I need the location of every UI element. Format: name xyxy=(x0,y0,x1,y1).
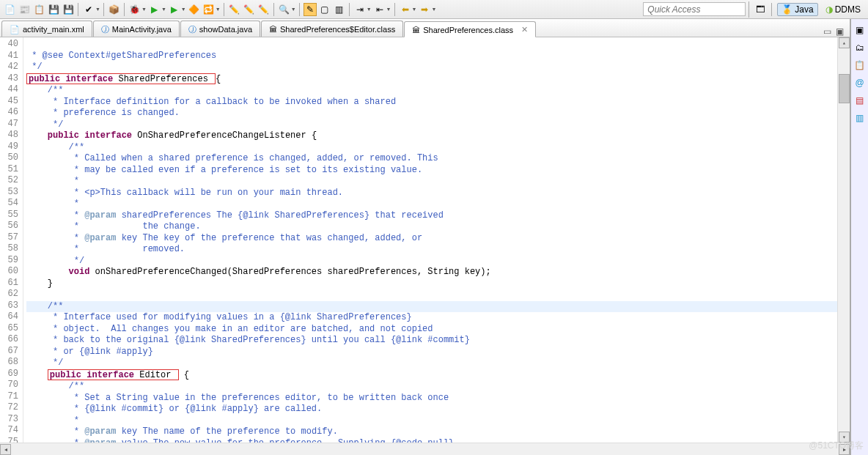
toolbar-btn[interactable]: ✏️ xyxy=(228,3,241,16)
perspective-java[interactable]: 🥇 Java xyxy=(777,3,817,16)
scroll-left-icon[interactable]: ◂ xyxy=(0,444,11,455)
highlight-box: public interface SharedPreferences xyxy=(26,73,216,84)
toolbar-btn[interactable]: ⇤ xyxy=(373,3,386,16)
tab-label: SharedPreferences.class xyxy=(423,26,513,34)
tab-label: activity_main.xml xyxy=(23,25,84,34)
horizontal-scrollbar[interactable]: ◂ ▸ xyxy=(0,443,850,455)
class-file-icon: 🏛 xyxy=(269,25,277,34)
save-icon[interactable]: 💾 xyxy=(47,3,60,16)
maximize-view-icon[interactable]: ▣ xyxy=(836,26,844,37)
outline-view-icon[interactable]: 🗂 xyxy=(853,41,867,54)
perspective-switcher: 🗔 🥇 Java ◑ DDMS xyxy=(749,1,865,18)
view-icon[interactable]: ▤ xyxy=(853,94,867,107)
dropdown-icon[interactable]: ▼ xyxy=(412,7,417,12)
scrollbar-track[interactable] xyxy=(11,444,839,455)
perspective-label: Java xyxy=(795,4,813,15)
perspective-ddms[interactable]: ◑ DDMS xyxy=(821,3,865,16)
new-class-icon[interactable]: 🔶 xyxy=(188,3,201,16)
separator xyxy=(124,3,125,16)
tab-label: SharedPreferences$Editor.class xyxy=(280,25,395,34)
dropdown-icon[interactable]: ▼ xyxy=(216,7,221,12)
dropdown-icon[interactable]: ▼ xyxy=(181,7,186,12)
open-perspective-icon[interactable]: 🗔 xyxy=(754,3,767,16)
java-file-icon: Ⓙ xyxy=(188,24,196,35)
toolbar-btn[interactable]: 📋 xyxy=(32,3,45,16)
toolbar-btn[interactable]: ▥ xyxy=(333,3,346,16)
vertical-scrollbar[interactable]: ▴ ▾ xyxy=(837,37,850,443)
line-number-gutter: 4041424344454647484950515253545556575859… xyxy=(0,37,23,443)
dropdown-icon[interactable]: ▼ xyxy=(386,7,391,12)
tab-mainactivity[interactable]: ⒿMainActivity.java xyxy=(93,21,180,37)
toolbar-btn[interactable]: 📰 xyxy=(18,3,31,16)
toolbar-btn[interactable]: ⇥ xyxy=(353,3,367,16)
dropdown-icon[interactable]: ▼ xyxy=(161,7,166,12)
tasks-view-icon[interactable]: 📋 xyxy=(853,59,867,72)
search-icon[interactable]: 🔍 xyxy=(278,3,291,16)
current-line-highlight: /** xyxy=(26,301,837,313)
code-editor[interactable]: 4041424344454647484950515253545556575859… xyxy=(0,37,850,443)
tab-label: MainActivity.java xyxy=(112,25,172,34)
separator xyxy=(224,3,225,16)
separator xyxy=(349,3,350,16)
separator xyxy=(394,3,396,16)
toolbar-btn[interactable]: 📄 xyxy=(3,3,16,16)
watermark: @51CTO博客 xyxy=(809,440,864,452)
highlight-box: public interface Editor xyxy=(48,369,179,380)
dropdown-icon[interactable]: ▼ xyxy=(431,7,436,12)
ddms-icon: ◑ xyxy=(825,4,833,15)
tab-editor-class[interactable]: 🏛SharedPreferences$Editor.class xyxy=(261,21,403,37)
run-last-icon[interactable]: ▶ xyxy=(168,3,181,16)
separator xyxy=(771,3,773,16)
back-icon[interactable]: ⬅ xyxy=(399,3,412,16)
dropdown-icon[interactable]: ▼ xyxy=(291,7,296,12)
dropdown-icon[interactable]: ▼ xyxy=(141,7,147,12)
run-icon[interactable]: ▶ xyxy=(148,3,161,16)
save-all-icon[interactable]: 💾 xyxy=(62,3,75,16)
separator xyxy=(103,3,105,16)
minimize-view-icon[interactable]: ▭ xyxy=(823,26,831,37)
separator xyxy=(78,3,79,16)
perspective-label: DDMS xyxy=(835,4,861,15)
java-file-icon: Ⓙ xyxy=(101,24,109,35)
view-icon[interactable]: ▥ xyxy=(853,111,867,125)
toolbar-btn[interactable]: 📦 xyxy=(108,3,121,16)
tab-sharedpreferences-class[interactable]: 🏛SharedPreferences.class ✕ xyxy=(404,21,536,37)
main-toolbar: 📄 📰 📋 💾 💾 ✔▼ 📦 🐞▼ ▶▼ ▶▼ 🔶 🔁▼ ✏️ ✏️ ✏️ 🔍▼… xyxy=(0,0,868,19)
dropdown-icon[interactable]: ▼ xyxy=(367,7,372,12)
dropdown-icon[interactable]: ▼ xyxy=(95,7,100,12)
new-package-icon[interactable]: 🔁 xyxy=(202,3,216,16)
restore-view-icon[interactable]: ▣ xyxy=(853,23,867,37)
debug-icon[interactable]: 🐞 xyxy=(128,3,141,16)
toolbar-btn[interactable]: ▢ xyxy=(318,3,331,16)
scroll-up-icon[interactable]: ▴ xyxy=(839,37,850,48)
class-file-icon: 🏛 xyxy=(412,26,420,34)
tab-activity-main[interactable]: 📄activity_main.xml xyxy=(1,21,92,37)
tab-showdata[interactable]: ⒿshowData.java xyxy=(180,21,260,37)
separator xyxy=(299,3,301,16)
minimized-view-tray: ▣ 🗂 📋 @ ▤ ▥ xyxy=(850,19,868,455)
tab-label: showData.java xyxy=(199,25,252,34)
toolbar-btn[interactable]: ✔ xyxy=(82,3,95,16)
java-icon: 🥇 xyxy=(781,4,792,15)
close-tab-icon[interactable]: ✕ xyxy=(521,25,528,34)
toolbar-btn[interactable]: ✏️ xyxy=(257,3,271,16)
toolbar-btn[interactable]: ✏️ xyxy=(243,3,256,16)
code-content[interactable]: * @see Context#getSharedPreferences */ p… xyxy=(23,37,837,443)
scrollbar-thumb[interactable] xyxy=(839,74,850,103)
editor-tab-bar: 📄activity_main.xml ⒿMainActivity.java Ⓙs… xyxy=(0,19,850,37)
separator xyxy=(273,3,275,16)
toggle-mark-icon[interactable]: ✎ xyxy=(304,3,317,16)
xml-file-icon: 📄 xyxy=(10,25,20,34)
quick-access-input[interactable] xyxy=(643,2,746,16)
view-icon[interactable]: @ xyxy=(853,76,867,89)
forward-icon[interactable]: ➡ xyxy=(418,3,431,16)
